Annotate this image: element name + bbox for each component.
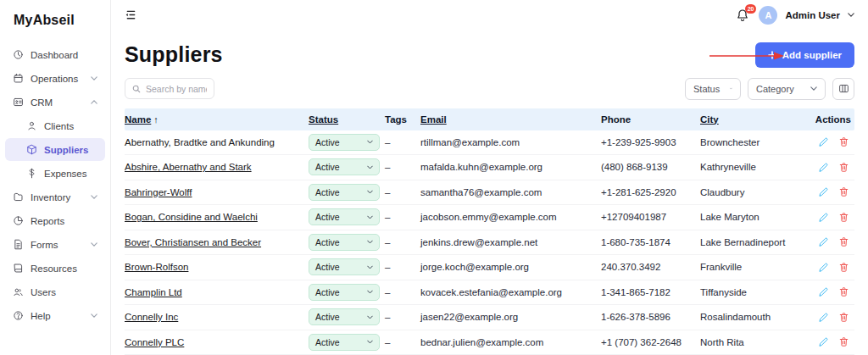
delete-icon[interactable]: [838, 162, 849, 173]
supplier-name-link[interactable]: Connelly Inc: [125, 312, 178, 322]
chevron-down-icon: [367, 240, 373, 244]
sidebar-item-expenses[interactable]: Expenses: [5, 162, 105, 185]
sidebar-item-clients[interactable]: Clients: [5, 114, 105, 137]
status-dropdown[interactable]: Active: [309, 334, 380, 351]
delete-icon[interactable]: [838, 286, 849, 297]
column-header-phone: Phone: [601, 114, 700, 125]
sidebar-nav: Dashboard Operations CRM Clients Supplie…: [0, 42, 110, 328]
supplier-name-link[interactable]: Bahringer-Wolff: [125, 187, 192, 197]
chevron-down-icon: [367, 165, 373, 169]
status-value: Active: [315, 262, 340, 272]
supplier-name-link[interactable]: Brown-Rolfson: [125, 262, 188, 272]
status-dropdown[interactable]: Active: [309, 284, 380, 301]
search-icon: [132, 85, 141, 93]
status-dropdown[interactable]: Active: [309, 258, 380, 275]
status-value: Active: [315, 312, 340, 322]
sidebar-item-users[interactable]: Users: [5, 280, 105, 303]
email-cell: jacobson.emmy@example.com: [420, 212, 601, 222]
sidebar-item-reports[interactable]: Reports: [5, 209, 105, 232]
category-filter-select[interactable]: Category: [748, 78, 826, 100]
table-row: Bahringer-Wolff Active – samantha76@exam…: [125, 180, 854, 206]
content: Suppliers Add supplier Status: [111, 31, 868, 355]
users-icon: [13, 286, 24, 297]
edit-icon[interactable]: [818, 186, 829, 197]
status-dropdown[interactable]: Active: [309, 134, 380, 151]
sidebar-item-label: Help: [31, 311, 51, 321]
supplier-name-link[interactable]: Abshire, Abernathy and Stark: [125, 162, 252, 172]
column-header-email[interactable]: Email: [420, 114, 601, 125]
status-filter-label: Status: [693, 84, 720, 94]
sidebar-item-resources[interactable]: Resources: [5, 257, 105, 280]
column-header-status[interactable]: Status: [309, 114, 385, 125]
notifications-bell-icon[interactable]: 20: [736, 8, 751, 22]
status-dropdown[interactable]: Active: [309, 234, 380, 251]
tags-cell: –: [385, 312, 420, 322]
sidebar-item-crm[interactable]: CRM: [5, 91, 105, 114]
edit-icon[interactable]: [818, 236, 829, 247]
delete-icon[interactable]: [838, 212, 849, 223]
reports-icon: [13, 215, 24, 226]
search-input[interactable]: [146, 84, 207, 94]
supplier-name-link[interactable]: Connelly PLC: [125, 337, 184, 347]
edit-icon[interactable]: [818, 262, 829, 273]
sidebar-item-operations[interactable]: Operations: [5, 67, 105, 90]
status-dropdown[interactable]: Active: [309, 158, 380, 175]
chevron-down-icon: [367, 190, 373, 194]
sidebar-item-help[interactable]: Help: [5, 304, 105, 327]
status-value: Active: [315, 337, 340, 347]
email-cell: jasen22@example.org: [420, 312, 601, 322]
add-supplier-button[interactable]: Add supplier: [755, 42, 854, 68]
edit-icon[interactable]: [818, 136, 829, 147]
chevron-down-icon: [730, 86, 732, 91]
column-header-city[interactable]: City: [700, 114, 815, 125]
status-filter-select[interactable]: Status: [685, 78, 741, 100]
phone-cell: +1-281-625-2920: [601, 187, 700, 197]
sidebar-item-suppliers[interactable]: Suppliers: [5, 138, 105, 161]
supplier-name-link[interactable]: Bogan, Considine and Waelchi: [125, 212, 258, 222]
suppliers-icon: [26, 144, 37, 155]
sidebar-item-inventory[interactable]: Inventory: [5, 186, 105, 208]
avatar[interactable]: A: [759, 6, 777, 25]
sidebar-item-forms[interactable]: Forms: [5, 233, 105, 256]
delete-icon[interactable]: [838, 336, 849, 347]
sidebar-collapse-icon[interactable]: [125, 8, 137, 21]
status-dropdown[interactable]: Active: [309, 184, 380, 201]
edit-icon[interactable]: [818, 312, 829, 323]
edit-icon[interactable]: [818, 212, 829, 223]
chevron-down-icon: [91, 195, 97, 199]
plus-icon: [768, 51, 776, 59]
table-row: Bogan, Considine and Waelchi Active – ja…: [125, 205, 854, 230]
table-row: Connelly PLC Active – bednar.julien@exam…: [125, 330, 854, 355]
phone-cell: 1-341-865-7182: [601, 287, 700, 297]
sidebar-item-label: Reports: [31, 216, 64, 226]
suppliers-table: Name ↑ Status Tags Email Phone City Acti…: [125, 108, 854, 355]
delete-icon[interactable]: [838, 136, 849, 147]
column-header-name[interactable]: Name ↑: [125, 114, 309, 125]
delete-icon[interactable]: [838, 262, 849, 273]
delete-icon[interactable]: [838, 186, 849, 197]
status-dropdown[interactable]: Active: [309, 308, 380, 325]
email-cell: rtillman@example.com: [420, 137, 601, 147]
email-cell: kovacek.estefania@example.org: [420, 287, 601, 297]
actions-cell: [815, 286, 854, 297]
edit-icon[interactable]: [818, 336, 829, 347]
status-dropdown[interactable]: Active: [309, 208, 380, 225]
delete-icon[interactable]: [838, 236, 849, 247]
chevron-down-icon[interactable]: [848, 13, 854, 17]
supplier-name-link[interactable]: Abernathy, Bradtke and Ankunding: [125, 137, 275, 147]
table-row: Brown-Rolfson Active – jorge.koch@exampl…: [125, 255, 854, 280]
actions-cell: [815, 336, 854, 347]
columns-toggle-button[interactable]: [832, 78, 854, 100]
delete-icon[interactable]: [838, 312, 849, 323]
supplier-name-link[interactable]: Bover, Christiansen and Becker: [125, 237, 261, 247]
edit-icon[interactable]: [818, 286, 829, 297]
inventory-icon: [13, 191, 24, 202]
edit-icon[interactable]: [818, 162, 829, 173]
sidebar-item-dashboard[interactable]: Dashboard: [5, 43, 105, 66]
city-cell: Frankville: [700, 262, 815, 272]
chevron-down-icon: [367, 315, 373, 319]
table-columns-icon: [838, 83, 849, 94]
supplier-name-link[interactable]: Champlin Ltd: [125, 287, 182, 297]
crm-icon: [13, 97, 24, 108]
phone-cell: +1 (707) 362-2648: [601, 337, 700, 347]
